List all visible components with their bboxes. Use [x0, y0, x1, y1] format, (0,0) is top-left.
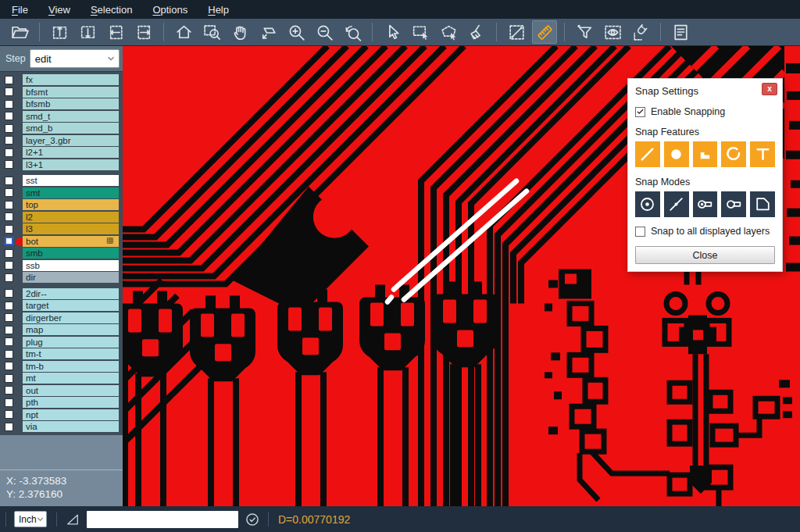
pan-up-button[interactable]	[47, 20, 72, 44]
layer-row-bot[interactable]: bot	[0, 236, 121, 248]
snap-contour-button[interactable]	[750, 191, 775, 217]
select-rectangle-button[interactable]	[408, 20, 433, 44]
snap-all-layers-row[interactable]: Snap to all displayed layers	[635, 226, 775, 237]
report-button[interactable]	[668, 20, 693, 44]
layer-row-dir[interactable]: dir	[0, 272, 121, 284]
layer-checkbox[interactable]	[5, 148, 13, 157]
layer-checkbox[interactable]	[5, 212, 13, 221]
layer-row-ssb[interactable]: ssb	[0, 260, 121, 272]
snap-text-button[interactable]	[750, 141, 775, 167]
pan-hand-button[interactable]	[227, 20, 252, 44]
layer-checkbox[interactable]	[5, 261, 13, 270]
show-hide-button[interactable]	[600, 20, 625, 44]
layer-row-map[interactable]: map	[0, 324, 121, 336]
layer-checkbox[interactable]	[5, 237, 13, 245]
layer-row-smd_t[interactable]: smd_t	[0, 111, 121, 123]
menu-item-selection[interactable]: Selection	[80, 2, 142, 18]
layer-checkbox[interactable]	[5, 326, 13, 334]
layer-checkbox[interactable]	[5, 87, 13, 96]
layer-checkbox[interactable]	[5, 177, 13, 185]
layer-row-smd_b[interactable]: smd_b	[0, 123, 121, 134]
layer-row-pth[interactable]: pth	[0, 397, 121, 409]
move-view-button[interactable]	[255, 20, 280, 44]
snap-arc-button[interactable]	[721, 141, 746, 167]
measure-distance-button[interactable]	[504, 20, 529, 44]
apply-check-icon[interactable]	[245, 512, 260, 527]
snap-line-button[interactable]	[635, 141, 660, 167]
layer-row-tm-t[interactable]: tm-t	[0, 348, 121, 360]
layer-row-sst[interactable]: sst	[0, 175, 121, 187]
snap-surface-button[interactable]	[693, 141, 718, 167]
layer-checkbox[interactable]	[5, 76, 13, 84]
layer-row-smb[interactable]: smb	[0, 248, 121, 259]
layer-row-npt[interactable]: npt	[0, 409, 121, 421]
dialog-title-bar[interactable]: Snap Settings x	[628, 79, 782, 98]
layer-checkbox[interactable]	[5, 188, 13, 197]
pan-left-button[interactable]	[103, 20, 128, 44]
layer-row-l2+1[interactable]: l2+1	[0, 147, 121, 159]
layer-checkbox[interactable]	[5, 410, 13, 419]
layer-checkbox[interactable]	[5, 124, 13, 133]
pan-down-button[interactable]	[75, 20, 100, 44]
layer-row-layer_3.gbr[interactable]: layer_3.gbr	[0, 135, 121, 147]
layer-checkbox[interactable]	[5, 249, 13, 258]
zoom-out-button[interactable]	[312, 20, 337, 44]
layer-row-2dir--[interactable]: 2dir--	[0, 288, 121, 300]
layer-checkbox[interactable]	[5, 100, 13, 109]
layer-checkbox[interactable]	[5, 386, 13, 395]
layer-row-bfsmt[interactable]: bfsmt	[0, 87, 121, 98]
close-button[interactable]: Close	[635, 246, 775, 264]
layer-checkbox[interactable]	[5, 136, 13, 145]
layer-row-target[interactable]: target	[0, 300, 121, 312]
layer-row-mt[interactable]: mt	[0, 373, 121, 384]
clean-brush-button[interactable]	[464, 20, 489, 44]
layer-row-via[interactable]: via	[0, 421, 121, 433]
layer-row-dirgerber[interactable]: dirgerber	[0, 312, 121, 324]
pan-right-button[interactable]	[131, 20, 156, 44]
menu-item-help[interactable]: Help	[198, 2, 239, 18]
zoom-window-button[interactable]	[199, 20, 224, 44]
snap-slot-hole-button[interactable]	[693, 191, 718, 217]
layer-row-tm-b[interactable]: tm-b	[0, 361, 121, 373]
enable-snapping-checkbox[interactable]	[635, 107, 645, 117]
zoom-in-button[interactable]	[284, 20, 309, 44]
snap-magnet-button[interactable]	[628, 20, 653, 44]
layer-row-top[interactable]: top	[0, 199, 121, 211]
layer-checkbox[interactable]	[5, 398, 13, 407]
layer-row-l3[interactable]: l3	[0, 223, 121, 235]
unit-select[interactable]: Inch	[14, 511, 47, 527]
snap-pad-button[interactable]	[664, 141, 689, 167]
menu-item-file[interactable]: File	[2, 2, 38, 18]
enable-snapping-row[interactable]: Enable Snapping	[635, 106, 775, 117]
menu-item-options[interactable]: Options	[142, 2, 198, 18]
home-button[interactable]	[171, 20, 196, 44]
layer-checkbox[interactable]	[5, 201, 13, 209]
snap-all-layers-checkbox[interactable]	[635, 227, 645, 237]
layer-row-fx[interactable]: fx	[0, 74, 121, 86]
layer-checkbox[interactable]	[5, 273, 13, 282]
layer-row-plug[interactable]: plug	[0, 337, 121, 348]
command-input[interactable]	[87, 511, 238, 528]
layer-checkbox[interactable]	[5, 423, 13, 431]
zoom-previous-button[interactable]	[340, 20, 365, 44]
layer-checkbox[interactable]	[5, 362, 13, 370]
snap-line-point-button[interactable]	[664, 191, 689, 217]
layer-checkbox[interactable]	[5, 225, 13, 234]
select-polygon-button[interactable]	[436, 20, 461, 44]
layer-row-out[interactable]: out	[0, 385, 121, 397]
layer-checkbox[interactable]	[5, 302, 13, 310]
layer-checkbox[interactable]	[5, 374, 13, 383]
menu-item-view[interactable]: View	[38, 2, 80, 18]
layer-checkbox[interactable]	[5, 350, 13, 359]
snap-center-button[interactable]	[635, 191, 660, 217]
open-folder-button[interactable]	[7, 20, 32, 44]
measure-ruler-button[interactable]	[532, 20, 557, 44]
layer-checkbox[interactable]	[5, 337, 13, 346]
layer-checkbox[interactable]	[5, 289, 13, 298]
step-select[interactable]: edit	[30, 49, 120, 68]
dialog-close-icon[interactable]: x	[762, 83, 777, 95]
filter-button[interactable]	[572, 20, 597, 44]
snap-slot-button[interactable]	[721, 191, 746, 217]
select-cursor-button[interactable]	[380, 20, 405, 44]
layer-checkbox[interactable]	[5, 112, 13, 120]
